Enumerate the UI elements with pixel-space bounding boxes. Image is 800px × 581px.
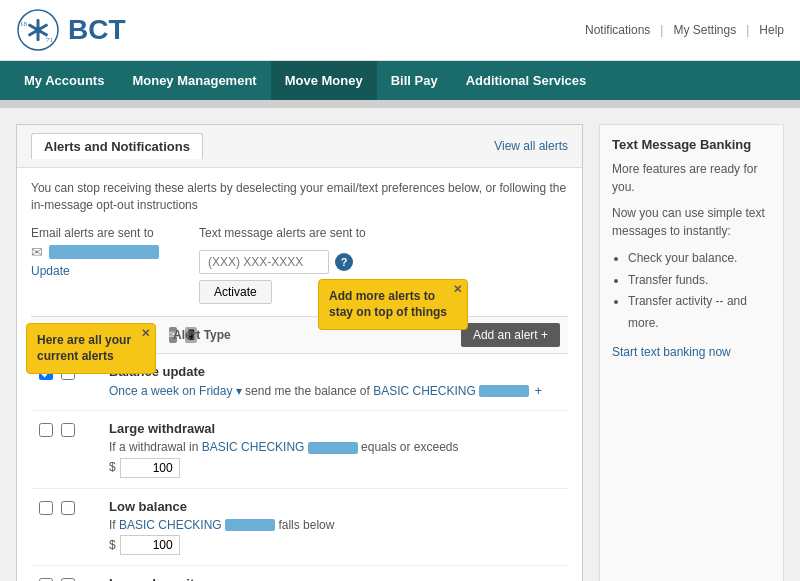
email-icon: ✉ <box>31 244 43 260</box>
gray-divider <box>0 100 800 108</box>
account-link-2[interactable]: BASIC CHECKING <box>119 518 222 532</box>
svg-text:71: 71 <box>46 36 54 44</box>
svg-point-6 <box>35 27 41 33</box>
alert-content-3: Large deposit If a deposit in BASIC CHEC… <box>109 576 560 581</box>
table-row: Large withdrawal If a withdrawal in BASI… <box>31 411 568 489</box>
panel-body: You can stop receiving these alerts by d… <box>17 168 582 581</box>
alert-amount-2: $ <box>109 535 560 555</box>
alerts-tab[interactable]: Alerts and Notifications <box>31 133 203 159</box>
nav-move-money[interactable]: Move Money <box>271 61 377 100</box>
logo-area: 18 71 BCT <box>16 8 126 52</box>
plus-icon-0[interactable]: + <box>535 383 543 398</box>
phone-checkbox-1[interactable] <box>61 423 75 437</box>
top-bar: 18 71 BCT Notifications | My Settings | … <box>0 0 800 61</box>
alert-content-2: Low balance If BASIC CHECKING falls belo… <box>109 499 560 556</box>
sidebar-title: Text Message Banking <box>612 137 771 152</box>
notifications-link[interactable]: Notifications <box>585 23 650 37</box>
help-icon[interactable]: ? <box>335 253 353 271</box>
alert-content-1: Large withdrawal If a withdrawal in BASI… <box>109 421 560 478</box>
alert-desc-2: If BASIC CHECKING falls below $ <box>109 517 560 556</box>
tooltip-add-alerts-close[interactable]: ✕ <box>453 282 462 297</box>
account-link-0[interactable]: BASIC CHECKING <box>373 384 476 398</box>
feature-item-2: Transfer activity -- and more. <box>628 291 771 334</box>
start-text-banking-link[interactable]: Start text banking now <box>612 345 731 359</box>
table-row: Low balance If BASIC CHECKING falls belo… <box>31 489 568 567</box>
sidebar-desc2: Now you can use simple text messages to … <box>612 204 771 240</box>
my-settings-link[interactable]: My Settings <box>673 23 736 37</box>
alerts-config-row: Email alerts are sent to ✉ Update Text m… <box>31 226 568 304</box>
alert-checkboxes-1 <box>39 421 101 437</box>
nav-additional-services[interactable]: Additional Services <box>452 61 601 100</box>
email-blurred-value <box>49 245 159 259</box>
email-config-section: Email alerts are sent to ✉ Update <box>31 226 159 278</box>
activate-button[interactable]: Activate <box>199 280 272 304</box>
email-checkbox-2[interactable] <box>39 501 53 515</box>
top-links: Notifications | My Settings | Help <box>585 23 784 37</box>
text-label: Text message alerts are sent to <box>199 226 366 240</box>
phone-checkbox-2[interactable] <box>61 501 75 515</box>
sidebar: Text Message Banking More features are r… <box>599 124 784 581</box>
alerts-panel: Alerts and Notifications View all alerts… <box>16 124 583 581</box>
tooltip-current-alerts: ✕ Here are all your current alerts <box>26 323 156 375</box>
account-blurred-0 <box>479 385 529 397</box>
email-label: Email alerts are sent to <box>31 226 159 240</box>
account-blurred-1 <box>308 442 358 454</box>
alert-checkboxes-3 <box>39 576 101 581</box>
email-checkbox-1[interactable] <box>39 423 53 437</box>
amount-input-2[interactable] <box>120 535 180 555</box>
phone-number-input[interactable] <box>199 250 329 274</box>
nav-money-management[interactable]: Money Management <box>118 61 270 100</box>
bct-logo-icon: 18 71 <box>16 8 60 52</box>
panel-header: Alerts and Notifications View all alerts <box>17 125 582 168</box>
amount-input-1[interactable] <box>120 458 180 478</box>
tooltip-add-alerts: ✕ Add more alerts to stay on top of thin… <box>318 279 468 331</box>
alert-desc-0: Once a week on Friday ▾ send me the bala… <box>109 382 560 400</box>
svg-text:18: 18 <box>20 20 28 28</box>
panel-description: You can stop receiving these alerts by d… <box>31 180 568 214</box>
account-link-1[interactable]: BASIC CHECKING <box>202 440 305 454</box>
text-input-row: ? <box>199 250 366 274</box>
main-container: Alerts and Notifications View all alerts… <box>0 108 800 581</box>
alert-title-0: Balance update <box>109 364 560 379</box>
tooltip-current-alerts-close[interactable]: ✕ <box>141 326 150 341</box>
table-header-row: ✕ Here are all your current alerts ✉ 📱 A… <box>31 316 568 354</box>
alert-title-1: Large withdrawal <box>109 421 560 436</box>
update-email-link[interactable]: Update <box>31 264 159 278</box>
alert-desc-1: If a withdrawal in BASIC CHECKING equals… <box>109 439 560 478</box>
feature-item-1: Transfer funds. <box>628 270 771 292</box>
email-field-display: ✉ <box>31 244 159 260</box>
nav-bar: My Accounts Money Management Move Money … <box>0 61 800 100</box>
help-link[interactable]: Help <box>759 23 784 37</box>
table-row: Large deposit If a deposit in BASIC CHEC… <box>31 566 568 581</box>
logo-text: BCT <box>68 14 126 46</box>
nav-my-accounts[interactable]: My Accounts <box>10 61 118 100</box>
add-alert-button[interactable]: Add an alert + <box>461 323 560 347</box>
alert-title-3: Large deposit <box>109 576 560 581</box>
nav-bill-pay[interactable]: Bill Pay <box>377 61 452 100</box>
alert-amount-1: $ <box>109 458 560 478</box>
alert-checkboxes-2 <box>39 499 101 515</box>
alert-title-2: Low balance <box>109 499 560 514</box>
alert-content-0: Balance update Once a week on Friday ▾ s… <box>109 364 560 400</box>
view-all-link[interactable]: View all alerts <box>494 139 568 153</box>
account-blurred-2 <box>225 519 275 531</box>
sidebar-features-list: Check your balance. Transfer funds. Tran… <box>612 248 771 334</box>
sidebar-desc1: More features are ready for you. <box>612 160 771 196</box>
feature-item-0: Check your balance. <box>628 248 771 270</box>
frequency-link[interactable]: Once a week on Friday ▾ <box>109 384 242 398</box>
